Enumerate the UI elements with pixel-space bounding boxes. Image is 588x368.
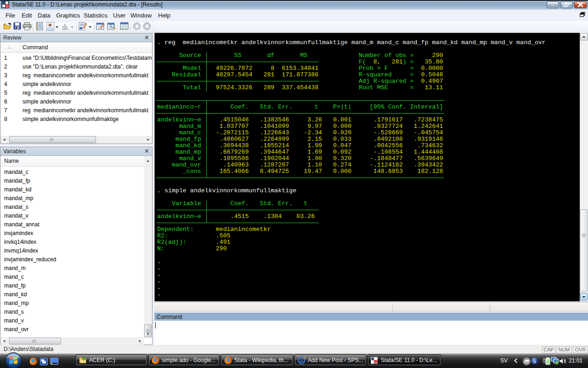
- svg-text:11: 11: [6, 5, 9, 8]
- svg-text:11: 11: [374, 361, 377, 363]
- svg-text:a: a: [534, 359, 536, 364]
